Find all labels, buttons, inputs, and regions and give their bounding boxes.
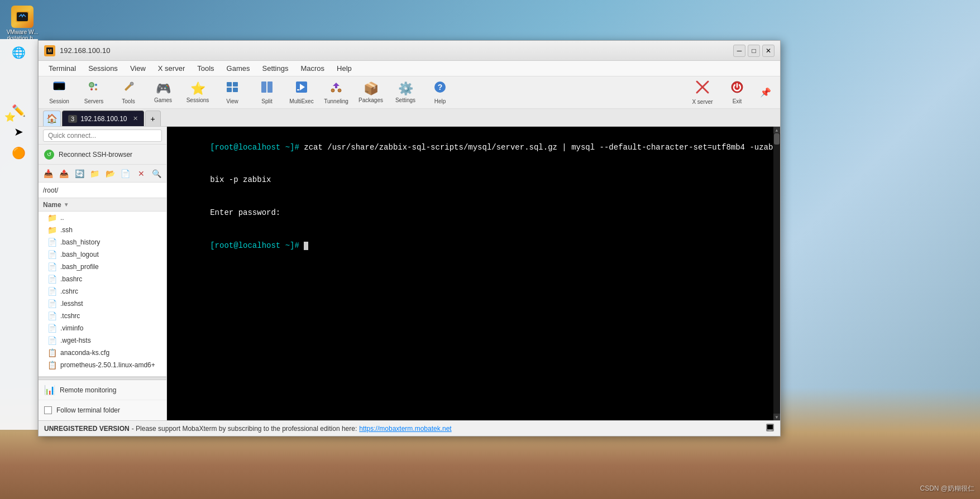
list-item[interactable]: 📋 anaconda-ks.cfg (39, 347, 166, 359)
statusbar: UNREGISTERED VERSION - Please support Mo… (39, 420, 780, 436)
toolbar-settings-button[interactable]: ⚙️ Settings (389, 79, 422, 107)
help-icon: ? (433, 80, 447, 97)
list-item[interactable]: 📋 prometheus-2.50.1.linux-amd6+ (39, 359, 166, 371)
home-tab[interactable]: 🏠 (43, 111, 61, 126)
list-item[interactable]: 📄 .wget-hsts (39, 334, 166, 347)
list-item[interactable]: 📄 .bash_profile (39, 261, 166, 273)
file-item-name: .cshrc (60, 287, 78, 295)
toolbar-multiexec-button[interactable]: MultiExec (285, 79, 318, 107)
toolbar-view-button[interactable]: View (216, 79, 248, 107)
sort-arrow-icon: ▼ (64, 201, 69, 208)
menu-sessions[interactable]: Sessions (83, 63, 123, 74)
toolbar-split-button[interactable]: Split (251, 79, 283, 107)
left-panel-icon-arrow[interactable]: ➤ (3, 123, 35, 141)
svg-point-9 (90, 83, 93, 87)
scrollbar-thumb[interactable] (774, 133, 780, 145)
list-item[interactable]: 📁 .ssh (39, 224, 166, 236)
maximize-button[interactable]: □ (748, 45, 760, 57)
toolbar-tunneling-button[interactable]: Tunneling (320, 79, 352, 107)
menu-terminal[interactable]: Terminal (43, 63, 82, 74)
file-icon: 📄 (47, 287, 57, 296)
sidebar-newfolder-btn[interactable]: 📁 (88, 167, 102, 180)
left-panel-icon-status[interactable]: 🟠 (3, 144, 35, 162)
sidebar-upload-btn[interactable]: 📤 (58, 167, 71, 180)
monitor-icon: 📊 (44, 385, 55, 395)
tab-close-button[interactable]: ✕ (133, 115, 138, 122)
menu-tools[interactable]: Tools (192, 63, 219, 74)
sidebar-delete-btn[interactable]: ✕ (135, 167, 148, 180)
sidebar-download-btn[interactable]: 📥 (42, 167, 55, 180)
menu-help[interactable]: Help (331, 63, 357, 74)
list-item[interactable]: 📄 .bash_logout (39, 248, 166, 261)
list-item[interactable]: 📄 .bashrc (39, 273, 166, 285)
sidebar-search-btn[interactable]: 🔍 (150, 167, 163, 180)
exit-label: Exit (733, 98, 742, 104)
file-item-name: anaconda-ks.cfg (60, 349, 109, 357)
toolbar-games-button[interactable]: 🎮 Games (147, 79, 179, 107)
unregistered-label: UNREGISTERED VERSION (44, 425, 130, 433)
terminal-area[interactable]: [root@localhost ~]# zcat /usr/share/zabb… (167, 127, 780, 420)
mobatek-link[interactable]: https://mobaxterm.mobatek.net (359, 425, 451, 433)
terminal-line-1: [root@localhost ~]# zcat /usr/share/zabb… (173, 131, 775, 164)
terminal-line-4: [root@localhost ~]# (173, 229, 775, 262)
list-item[interactable]: 📄 .bash_history (39, 236, 166, 248)
minimize-button[interactable]: ─ (733, 45, 745, 57)
menu-xserver[interactable]: X server (152, 63, 190, 74)
toolbar-xserver-button[interactable]: X server (686, 79, 719, 107)
toolbar-exit-button[interactable]: Exit (721, 79, 753, 107)
menu-settings[interactable]: Settings (257, 63, 294, 74)
games-icon: 🎮 (156, 81, 171, 96)
svg-rect-15 (227, 82, 232, 87)
folder-icon: 📁 (47, 225, 57, 234)
svg-rect-16 (233, 82, 238, 87)
new-tab-button[interactable]: + (145, 111, 161, 126)
tools-icon (122, 80, 135, 97)
scrollbar-up-arrow[interactable]: ▲ (773, 127, 780, 133)
menu-view[interactable]: View (125, 63, 151, 74)
quick-connect-input[interactable] (43, 129, 162, 142)
window-title: 192.168.100.10 (60, 46, 729, 55)
titlebar: M 192.168.100.10 ─ □ ✕ (39, 41, 780, 61)
pin-icon[interactable]: 📌 (756, 87, 776, 98)
app-icon: M (44, 45, 55, 56)
svg-rect-17 (227, 88, 232, 92)
tabbar: 🏠 3 192.168.100.10 ✕ + (39, 109, 780, 127)
file-icon: 📄 (47, 238, 57, 247)
left-panel-icon-network[interactable]: 🌐 (3, 44, 35, 61)
scrollbar-track[interactable] (773, 133, 780, 414)
sidebar-newfile-btn[interactable]: 📄 (119, 167, 132, 180)
reconnect-button[interactable]: ↺ Reconnect SSH-browser (39, 145, 166, 165)
menubar: Terminal Sessions View X server Tools Ga… (39, 61, 780, 76)
toolbar-session-button[interactable]: _ Session (43, 79, 75, 107)
follow-folder-checkbox[interactable] (44, 406, 52, 414)
list-item[interactable]: 📄 .cshrc (39, 285, 166, 298)
toolbar-tools-button[interactable]: Tools (112, 79, 145, 107)
list-item[interactable]: 📄 .tcshrc (39, 310, 166, 322)
menu-macros[interactable]: Macros (295, 63, 330, 74)
follow-terminal-folder-option[interactable]: Follow terminal folder (39, 400, 166, 420)
favorite-star[interactable]: ⭐ (4, 112, 16, 122)
file-item-name: .tcshrc (60, 312, 80, 320)
svg-point-14 (130, 82, 133, 85)
toolbar-packages-button[interactable]: 📦 Packages (355, 79, 387, 107)
toolbar-help-button[interactable]: ? Help (424, 79, 456, 107)
sidebar-openfolder-btn[interactable]: 📂 (104, 167, 117, 180)
content-area: ↺ Reconnect SSH-browser 📥 📤 🔄 📁 📂 📄 ✕ 🔍 … (39, 127, 780, 420)
list-item[interactable]: 📄 .viminfo (39, 322, 166, 334)
scrollbar-down-arrow[interactable]: ▼ (773, 414, 780, 420)
menu-games[interactable]: Games (221, 63, 256, 74)
close-button[interactable]: ✕ (762, 45, 775, 57)
vmware-icon[interactable]: VMware W...rkstation b... (6, 6, 39, 41)
list-item[interactable]: 📄 .lesshst (39, 298, 166, 310)
tools-label: Tools (122, 98, 135, 104)
toolbar-servers-button[interactable]: Servers (78, 79, 110, 107)
sidebar-refresh-btn[interactable]: 🔄 (73, 167, 86, 180)
remote-monitoring-button[interactable]: 📊 Remote monitoring (39, 380, 166, 400)
toolbar-sessions-button[interactable]: ⭐ Sessions (181, 79, 214, 107)
tunneling-label: Tunneling (324, 98, 348, 104)
svg-point-12 (90, 88, 93, 90)
terminal-scrollbar[interactable]: ▲ ▼ (773, 127, 780, 420)
list-item[interactable]: 📁 .. (39, 212, 166, 224)
file-item-name: .. (60, 214, 64, 222)
terminal-tab-1[interactable]: 3 192.168.100.10 ✕ (62, 111, 144, 126)
